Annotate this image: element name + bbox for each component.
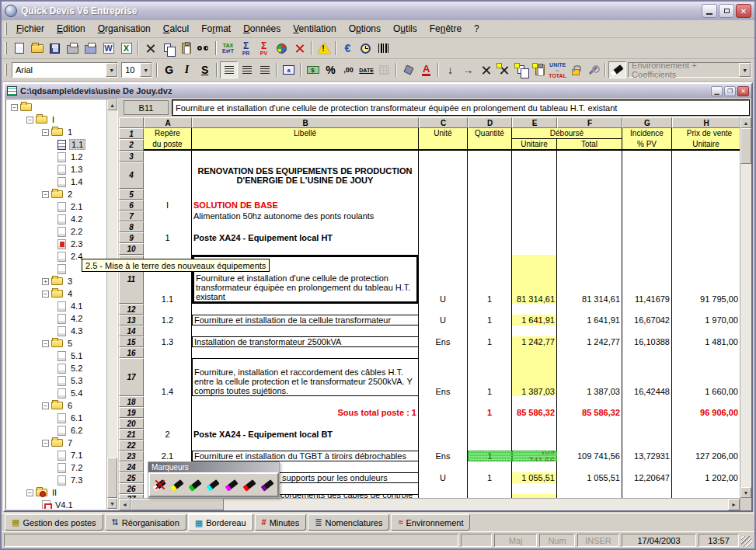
cell-b6[interactable]: SOLUTION DE BASE xyxy=(192,200,419,211)
warning-icon[interactable] xyxy=(315,40,333,57)
tree-item-4[interactable]: −4 xyxy=(6,287,106,300)
cell-a15[interactable]: 1.3 xyxy=(144,336,192,347)
cell-c2[interactable] xyxy=(419,139,468,151)
tree-item-1-1[interactable]: 1.1 xyxy=(6,138,106,151)
collapse-icon[interactable]: − xyxy=(42,291,49,298)
collapse-icon[interactable]: − xyxy=(26,117,33,124)
cell-b10[interactable] xyxy=(192,243,419,255)
marker-magenta-button[interactable] xyxy=(224,476,240,493)
environment-mode-combo[interactable]: Environnement + Coefficients▼ xyxy=(628,62,751,78)
cell-c5[interactable] xyxy=(419,189,468,200)
collapse-icon[interactable]: − xyxy=(42,402,49,409)
cell-a14[interactable] xyxy=(144,325,192,336)
row-header-21[interactable]: 21 xyxy=(119,429,144,440)
marker-red-button[interactable] xyxy=(242,476,258,493)
tab-gestion-des-postes[interactable]: ▦Gestion des postes xyxy=(5,514,103,531)
tree-scrollbar[interactable]: ▲ ▼ xyxy=(106,99,117,509)
cell-f17[interactable]: 1 387,03 xyxy=(557,358,622,396)
cell-f22[interactable] xyxy=(557,440,622,451)
cell-e22[interactable] xyxy=(512,440,557,451)
cell-f7[interactable] xyxy=(557,211,622,221)
tree-item-5[interactable]: −5 xyxy=(6,337,106,350)
cell-a3[interactable] xyxy=(144,151,192,162)
cell-d12[interactable] xyxy=(468,304,512,315)
cell-e13[interactable]: 1 641,91 xyxy=(512,315,557,325)
cell-b15[interactable]: Installation de transformateur 2500kVA xyxy=(192,336,419,347)
tree-item-4-1[interactable]: 4.1 xyxy=(6,300,106,312)
horizontal-scrollbar[interactable]: ◄ ► xyxy=(119,498,740,510)
cell-b12[interactable] xyxy=(192,304,419,315)
cell-b23[interactable]: Fourniture et installation du TGBT à tir… xyxy=(192,451,419,461)
tree-item-1[interactable]: −1 xyxy=(6,126,106,138)
cell-reference[interactable]: B11 xyxy=(124,100,169,115)
cell-h16[interactable] xyxy=(672,347,740,358)
menu-organisation[interactable]: Organisation xyxy=(92,21,157,37)
cell-h25[interactable]: 1 202,00 xyxy=(672,472,740,483)
cell-f11[interactable]: 81 314,61 xyxy=(557,255,622,304)
cell-h7[interactable] xyxy=(672,211,740,221)
cell-f4[interactable] xyxy=(557,162,622,189)
tree-item[interactable]: − xyxy=(6,101,106,113)
tree-item-3[interactable]: +3 xyxy=(6,275,106,287)
row-header-19[interactable]: 19 xyxy=(119,407,144,418)
tree-item-V4-1[interactable]: V4.1 xyxy=(6,499,106,509)
tree-item-6[interactable]: −6 xyxy=(6,399,106,412)
cell-g2[interactable]: % PV xyxy=(622,139,672,151)
resize-grip[interactable] xyxy=(741,536,752,547)
print-setup-icon[interactable] xyxy=(82,40,99,57)
cell-c23[interactable]: Ens xyxy=(419,451,468,461)
row-header-13[interactable]: 13 xyxy=(119,315,144,325)
cell-b7[interactable]: Alimentation 50hz autonome des ponts rou… xyxy=(192,211,419,221)
cell-a12[interactable] xyxy=(144,304,192,315)
collapse-icon[interactable]: − xyxy=(11,104,18,111)
cell-g11[interactable]: 11,41679 xyxy=(622,255,672,304)
cell-c18[interactable] xyxy=(419,396,468,407)
cell-a9[interactable]: 1 xyxy=(144,232,192,243)
cell-e1[interactable]: Déboursé xyxy=(512,128,622,139)
cell-g6[interactable] xyxy=(622,200,672,211)
barcode-icon[interactable] xyxy=(375,40,392,57)
doc-restore-button[interactable]: ❐ xyxy=(724,86,736,96)
chevron-down-icon[interactable]: ▼ xyxy=(106,63,117,77)
cell-f13[interactable]: 1 641,91 xyxy=(557,315,622,325)
cell-c7[interactable] xyxy=(419,211,468,221)
cell-c15[interactable]: Ens xyxy=(419,336,468,347)
menu-fichier[interactable]: Fichier xyxy=(10,21,51,37)
cell-f25[interactable]: 1 055,51 xyxy=(557,472,622,483)
time-icon[interactable] xyxy=(357,40,375,57)
tree-item-1-3[interactable]: 1.3 xyxy=(6,163,106,176)
cell-e14[interactable] xyxy=(512,325,557,336)
cell-h22[interactable] xyxy=(672,440,740,451)
row-header-18[interactable]: 18 xyxy=(119,396,144,407)
collapse-icon[interactable]: − xyxy=(42,191,49,198)
cell-f20[interactable] xyxy=(557,418,622,429)
cell-e19[interactable]: 85 586,32 xyxy=(512,407,557,418)
cell-g8[interactable] xyxy=(622,221,672,232)
row-header-14[interactable]: 14 xyxy=(119,325,144,336)
row-header-1[interactable]: 1 xyxy=(119,128,144,139)
tree-item-2-3[interactable]: 2.3 xyxy=(6,238,106,250)
row-header-22[interactable]: 22 xyxy=(119,440,144,451)
scroll-down-icon[interactable]: ▼ xyxy=(740,487,751,498)
row-header-25[interactable]: 25 xyxy=(119,472,144,483)
cell-e18[interactable] xyxy=(512,396,557,407)
marker-yellow-button[interactable] xyxy=(169,476,186,493)
cell-f5[interactable] xyxy=(557,189,622,200)
decimal-format-button[interactable]: ,00 xyxy=(340,61,357,78)
tab-nomenclatures[interactable]: ≣Nomenclatures xyxy=(308,514,389,531)
copy-rows-button[interactable] xyxy=(513,61,531,78)
cell-b8[interactable] xyxy=(192,221,419,232)
cell-a16[interactable] xyxy=(144,347,192,358)
menu-calcul[interactable]: Calcul xyxy=(157,21,195,37)
cell-f21[interactable] xyxy=(557,429,622,440)
cell-d23[interactable]: 1 xyxy=(468,451,512,461)
cell-e11[interactable]: 81 314,61 xyxy=(512,255,557,304)
cell-d18[interactable] xyxy=(468,396,512,407)
euro-icon[interactable]: € xyxy=(339,40,357,57)
bold-button[interactable]: G xyxy=(160,61,178,78)
paste-icon[interactable] xyxy=(177,40,195,57)
cell-b2[interactable] xyxy=(192,139,419,151)
cell-d7[interactable] xyxy=(468,211,512,221)
cell-f10[interactable] xyxy=(557,243,622,255)
tree-item-5-1[interactable]: 5.1 xyxy=(6,350,106,362)
